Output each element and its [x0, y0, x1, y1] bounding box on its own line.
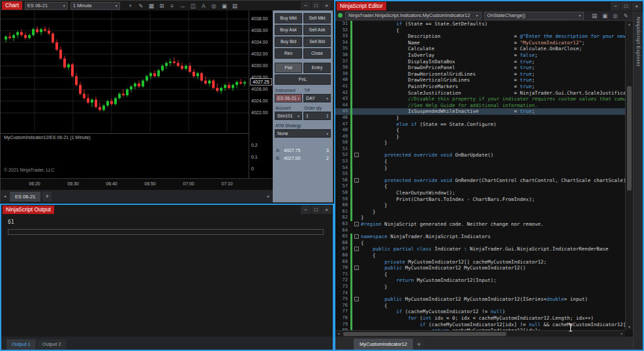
tab-output-2[interactable]: Output 2 — [37, 339, 67, 350]
fold-icon[interactable]: - — [354, 153, 359, 157]
vertical-scrollbar[interactable]: ▲ ▼ — [625, 21, 633, 330]
chart-toolbar: +✎▦⊞≡↔◫A◎▣▤ — [127, 2, 239, 10]
price-axis[interactable]: 4027.25 4038.004036.004034.004032.004030… — [249, 10, 273, 178]
regions-icon[interactable]: ◫ — [189, 2, 197, 10]
output-selection-box — [8, 229, 324, 235]
scroll-down-icon[interactable]: ▼ — [626, 324, 633, 330]
output-content[interactable]: 61 — [1, 215, 333, 337]
candle — [87, 99, 89, 103]
time-axis[interactable]: 06:2006:3006:4006:5007:0007:10 — [1, 178, 273, 190]
scrollbar-thumb[interactable] — [343, 332, 506, 336]
crosshair-icon[interactable]: + — [127, 2, 134, 10]
spinner-down-icon[interactable]: ▾ — [326, 116, 328, 119]
close-button[interactable]: × — [322, 1, 331, 10]
text-tool-icon[interactable]: A — [200, 2, 207, 10]
fold-icon[interactable]: - — [354, 234, 359, 239]
scroll-up-icon[interactable]: ▲ — [626, 21, 633, 27]
add-tab-button[interactable]: + — [42, 192, 52, 202]
line-number: 40 — [335, 77, 350, 84]
search-icon[interactable]: ◎ — [611, 12, 619, 20]
scrollbar-thumb[interactable] — [627, 86, 632, 191]
quantity-stepper[interactable]: 1 ▴ ▾ — [303, 112, 331, 120]
change-bar — [350, 102, 352, 109]
horizontal-line-icon[interactable]: ↔ — [179, 2, 187, 10]
snapshot-icon[interactable]: ▣ — [221, 2, 228, 10]
code-text: ScaleJustification = NinjaTrader.Gui.Cha… — [361, 90, 625, 97]
minimize-button[interactable]: − — [611, 2, 621, 10]
minimize-button[interactable]: − — [301, 1, 311, 10]
fold-icon[interactable]: - — [354, 297, 359, 301]
price-axis-label: 4030.00 — [251, 63, 268, 68]
line-number: 43 — [335, 96, 350, 102]
entry-button[interactable]: Entry — [303, 63, 331, 73]
minimize-button[interactable]: − — [301, 206, 311, 214]
fold-icon[interactable]: - — [354, 178, 359, 183]
fold-icon[interactable]: - — [354, 266, 359, 270]
scroll-right-icon[interactable]: ▸ — [619, 331, 625, 337]
code-text: IsOverlay = false; — [361, 52, 538, 59]
instrument-selector[interactable]: ES 06-21 ▾ — [25, 2, 68, 10]
scroll-left-icon[interactable]: ◂ — [335, 331, 342, 337]
spinner-arrows-icon[interactable]: ▴ ▾ — [326, 114, 328, 118]
editor-window: NinjaScript Editor − □ × NinjaTrader.Nin… — [334, 0, 644, 351]
buy-mkt-button[interactable]: Buy Mkt — [275, 13, 302, 23]
chart-tab[interactable]: ES 06-21 — [10, 192, 40, 202]
ninjascript-explorer-strip[interactable]: NinjaScript Explorer — [633, 10, 643, 350]
fold-icon[interactable]: - — [354, 247, 359, 251]
editor-tab[interactable]: MyCustomIndicator12 — [354, 339, 413, 350]
indicators-icon[interactable]: ⊞ — [158, 2, 166, 10]
sell-mkt-button[interactable]: Sell Mkt — [303, 13, 331, 23]
code-line: 32 { — [335, 27, 625, 34]
rev-button[interactable]: Rev — [275, 48, 302, 59]
candle — [91, 100, 93, 103]
maximize-button[interactable]: □ — [621, 2, 631, 10]
close-button[interactable]: Close — [303, 48, 331, 59]
chart-style-icon[interactable]: ▦ — [147, 2, 155, 10]
fold-gutter — [353, 290, 361, 297]
zoom-icon[interactable]: ◎ — [210, 2, 218, 10]
candle — [118, 94, 121, 99]
draw-tool-icon[interactable]: ✎ — [137, 2, 145, 10]
pnl-button[interactable]: PnL — [275, 74, 331, 85]
maximize-button[interactable]: □ — [311, 206, 321, 214]
tif-selector[interactable]: DAY ▾ — [303, 94, 331, 102]
fold-gutter — [353, 59, 361, 65]
sell-bid-button[interactable]: Sell Bid — [303, 37, 331, 47]
fold-icon[interactable]: - — [354, 222, 359, 226]
maximize-button[interactable]: □ — [311, 1, 321, 10]
interval-selector[interactable]: 1 Minute ▾ — [70, 2, 120, 10]
code-line: 72 return MyCustomIndicator12(Input); — [335, 277, 625, 284]
code-editor[interactable]: 31 if (State == State.SetDefaults)32 {33… — [335, 21, 625, 330]
horizontal-scrollbar[interactable]: ◂ ▸ — [335, 330, 625, 337]
method-selector[interactable]: OnStateChange() ▾ — [484, 12, 584, 20]
price-axis-label: 4022.00 — [251, 110, 268, 115]
buy-bid-button[interactable]: Buy Bid — [275, 37, 302, 47]
fold-gutter — [353, 71, 361, 78]
close-button[interactable]: × — [322, 206, 331, 214]
atm-strategy-selector[interactable]: None ▾ — [275, 129, 331, 138]
line-number: 73 — [335, 284, 350, 290]
code-line: 76 { — [335, 303, 625, 309]
tab-scroll-right-button[interactable]: ▸ — [266, 194, 271, 199]
change-bar — [350, 290, 352, 297]
data-series-icon[interactable]: ≡ — [168, 2, 176, 10]
new-file-icon[interactable]: ▤ — [590, 12, 598, 20]
buy-ask-button[interactable]: Buy Ask — [275, 25, 302, 35]
sell-ask-button[interactable]: Sell Ask — [303, 25, 331, 35]
tab-output-1[interactable]: Output 1 — [7, 339, 36, 350]
properties-icon[interactable]: ▤ — [231, 2, 239, 10]
code-line: 58 ClearOutputWindow(); — [335, 190, 625, 196]
account-selector[interactable]: Sim101 ▾ — [275, 112, 302, 120]
edit-icon[interactable]: ✎ — [622, 12, 630, 20]
add-tab-button[interactable]: + — [414, 340, 423, 350]
change-bar — [350, 246, 352, 252]
candle — [5, 37, 7, 40]
code-text: { — [361, 127, 399, 134]
close-button[interactable]: × — [632, 2, 641, 10]
save-icon[interactable]: ▣ — [601, 12, 609, 20]
class-selector[interactable]: NinjaTrader.NinjaScript.Indicators.MyCus… — [345, 12, 482, 20]
tab-scroll-left-button[interactable]: ◂ — [2, 194, 8, 199]
candle — [122, 94, 125, 95]
flat-button[interactable]: Flat — [275, 63, 302, 73]
trader-instrument-selector[interactable]: ES 06-21 ▾ — [275, 94, 302, 102]
